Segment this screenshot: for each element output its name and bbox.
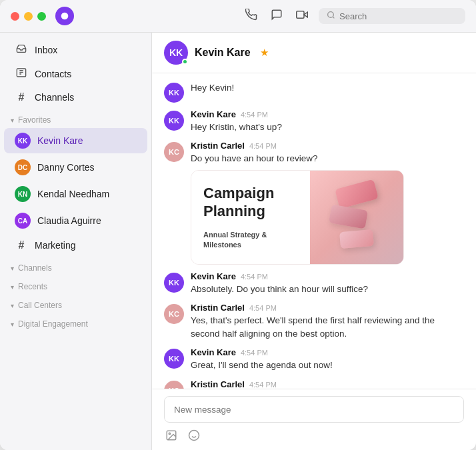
favorites-label: Favorites bbox=[18, 115, 51, 125]
sidebar-item-contacts[interactable]: Contacts bbox=[4, 63, 147, 85]
claudia-aguirre-avatar: CA bbox=[15, 213, 31, 229]
online-indicator bbox=[182, 59, 188, 65]
phone-icon[interactable] bbox=[245, 9, 257, 24]
message-content: Kevin Kare 4:54 PM Absolutely. Do you th… bbox=[191, 271, 464, 296]
avatar: KK bbox=[164, 111, 184, 131]
shape-3 bbox=[339, 229, 374, 248]
sidebar-item-kendal-needham[interactable]: KN Kendal Needham bbox=[4, 181, 147, 207]
channels-section-label[interactable]: ▾ Channels bbox=[0, 257, 151, 275]
card-image-placeholder bbox=[310, 171, 403, 264]
sidebar-item-marketing[interactable]: # Marketing bbox=[4, 235, 147, 256]
kendal-needham-avatar: KN bbox=[15, 186, 31, 202]
digital-engagement-label: Digital Engagement bbox=[18, 319, 88, 329]
msg-sender-name: Kevin Kare bbox=[191, 271, 236, 281]
danny-cortes-label: Danny Cortes bbox=[37, 162, 95, 173]
title-bar-icons bbox=[245, 9, 308, 24]
sidebar: Inbox Contacts # Channels ▾ Favorites KK… bbox=[0, 33, 152, 450]
window-controls bbox=[11, 12, 46, 21]
avatar: KK bbox=[164, 273, 184, 293]
marketing-hash-icon: # bbox=[15, 239, 28, 251]
recents-label: Recents bbox=[18, 282, 47, 291]
message-content: Kevin Kare 4:54 PM Hey Kristin, what's u… bbox=[191, 109, 464, 134]
search-input[interactable] bbox=[339, 11, 457, 21]
msg-header: Kevin Kare 4:54 PM bbox=[191, 347, 464, 357]
avatar: KC bbox=[164, 304, 184, 324]
minimize-button[interactable] bbox=[24, 12, 33, 21]
channels-label: Channels bbox=[35, 92, 74, 103]
messages-container: KK Hey Kevin! KK Kevin Kare 4:54 PM Hey … bbox=[152, 73, 476, 389]
video-icon[interactable] bbox=[296, 9, 308, 24]
msg-timestamp: 4:54 PM bbox=[241, 273, 268, 281]
call-centers-label: Call Centers bbox=[18, 301, 62, 310]
kendal-needham-label: Kendal Needham bbox=[37, 189, 109, 199]
app-window: Inbox Contacts # Channels ▾ Favorites KK… bbox=[0, 0, 476, 450]
msg-header: Kristin Carlel 4:54 PM bbox=[191, 141, 464, 151]
message-content: Kristin Carlel 4:54 PM Yes, that's perfe… bbox=[191, 303, 464, 341]
recents-section-label[interactable]: ▾ Recents bbox=[0, 275, 151, 294]
search-icon bbox=[327, 11, 335, 21]
claudia-aguirre-label: Claudia Aguirre bbox=[37, 215, 101, 226]
star-icon[interactable]: ★ bbox=[260, 47, 269, 59]
svg-line-4 bbox=[333, 17, 334, 18]
msg-timestamp: 4:54 PM bbox=[241, 111, 268, 119]
call-centers-section-label[interactable]: ▾ Call Centers bbox=[0, 294, 151, 313]
chevron-down-icon: ▾ bbox=[11, 117, 14, 124]
shape-1 bbox=[335, 179, 379, 209]
chat-icon[interactable] bbox=[271, 9, 283, 24]
svg-rect-2 bbox=[297, 11, 304, 18]
msg-sender-name: Kristin Carlel bbox=[191, 379, 245, 389]
message-content: Kristin Carlel 4:54 PM Can you add a not… bbox=[191, 379, 464, 389]
kevin-kare-label: Kevin Kare bbox=[37, 135, 83, 146]
shape-2 bbox=[329, 204, 368, 229]
inbox-icon bbox=[15, 43, 28, 57]
app-logo bbox=[55, 7, 74, 25]
message-input-wrapper[interactable] bbox=[164, 396, 464, 423]
close-button[interactable] bbox=[11, 12, 19, 21]
kevin-kare-avatar: KK bbox=[15, 133, 31, 149]
avatar: KK bbox=[164, 83, 184, 103]
message-input[interactable] bbox=[174, 405, 454, 415]
msg-text: Hey Kevin! bbox=[191, 81, 464, 95]
table-row: KK Kevin Kare 4:54 PM Absolutely. Do you… bbox=[164, 271, 464, 296]
msg-timestamp: 4:54 PM bbox=[249, 142, 277, 150]
chevron-channels-icon: ▾ bbox=[11, 265, 14, 272]
msg-text: Hey Kristin, what's up? bbox=[191, 121, 464, 134]
msg-header: Kristin Carlel 4:54 PM bbox=[191, 379, 464, 389]
favorites-section-label[interactable]: ▾ Favorites bbox=[0, 109, 151, 127]
chevron-callcenters-icon: ▾ bbox=[11, 302, 14, 309]
msg-timestamp: 4:54 PM bbox=[241, 349, 268, 357]
chevron-recents-icon: ▾ bbox=[11, 283, 14, 291]
chevron-digital-icon: ▾ bbox=[11, 321, 14, 328]
msg-text: Great, I'll send the agenda out now! bbox=[191, 359, 464, 372]
message-content: Kristin Carlel 4:54 PM Do you have an ho… bbox=[191, 141, 464, 264]
msg-sender-name: Kevin Kare bbox=[191, 347, 236, 357]
msg-text: Do you have an hour to review? bbox=[191, 152, 464, 165]
sidebar-item-kevin-kare[interactable]: KK Kevin Kare bbox=[4, 128, 147, 153]
msg-timestamp: 4:54 PM bbox=[249, 304, 277, 312]
sidebar-item-inbox[interactable]: Inbox bbox=[4, 39, 147, 61]
avatar: KK bbox=[164, 349, 184, 369]
main-layout: Inbox Contacts # Channels ▾ Favorites KK… bbox=[0, 33, 476, 450]
chat-header-avatar: KK bbox=[164, 41, 188, 65]
table-row: KC Kristin Carlel 4:54 PM Yes, that's pe… bbox=[164, 303, 464, 341]
campaign-card-content: Campaign Planning Annual Strategy & Mile… bbox=[191, 171, 310, 264]
maximize-button[interactable] bbox=[37, 12, 46, 21]
sidebar-item-claudia-aguirre[interactable]: CA Claudia Aguirre bbox=[4, 208, 147, 233]
title-bar bbox=[0, 0, 476, 33]
avatar: KC bbox=[164, 142, 184, 162]
table-row: KK Kevin Kare 4:54 PM Hey Kristin, what'… bbox=[164, 109, 464, 134]
msg-text: Yes, that's perfect. We'll spend the fir… bbox=[191, 314, 464, 341]
image-attach-button[interactable] bbox=[164, 428, 179, 446]
emoji-button[interactable] bbox=[187, 428, 201, 446]
contacts-label: Contacts bbox=[35, 69, 71, 79]
digital-engagement-section-label[interactable]: ▾ Digital Engagement bbox=[0, 313, 151, 331]
sidebar-item-channels[interactable]: # Channels bbox=[4, 87, 147, 108]
marketing-label: Marketing bbox=[35, 240, 75, 251]
msg-header: Kevin Kare 4:54 PM bbox=[191, 109, 464, 119]
chat-header-name: Kevin Kare bbox=[195, 47, 251, 59]
campaign-card-title: Campaign Planning bbox=[203, 184, 298, 221]
chat-area: KK Kevin Kare ★ KK Hey Kevin! KK bbox=[152, 33, 476, 450]
message-content: Kevin Kare 4:54 PM Great, I'll send the … bbox=[191, 347, 464, 372]
campaign-card-image bbox=[310, 171, 403, 264]
sidebar-item-danny-cortes[interactable]: DC Danny Cortes bbox=[4, 155, 147, 180]
